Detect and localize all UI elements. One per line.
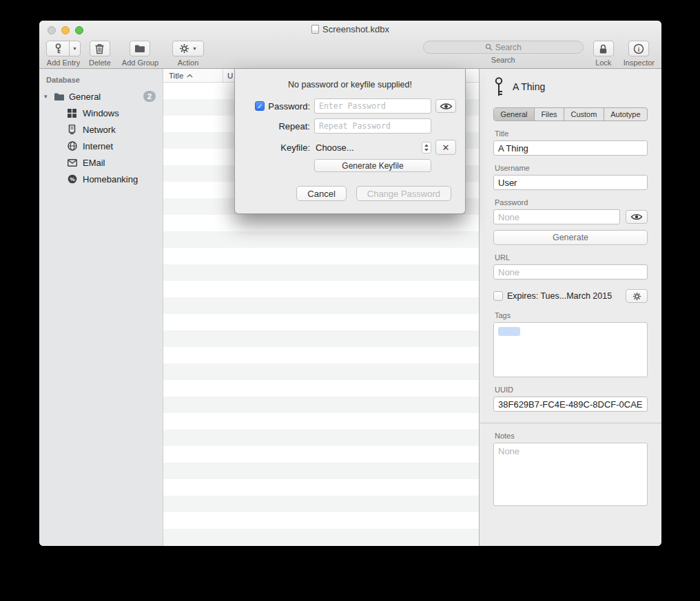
- toolbar-delete: Delete: [89, 41, 111, 67]
- add-group-button[interactable]: [130, 41, 150, 56]
- sidebar-item-label: Windows: [83, 108, 119, 118]
- folder-plus-icon: [134, 44, 145, 53]
- delete-button[interactable]: [90, 41, 110, 56]
- trash-icon: [94, 43, 105, 54]
- add-entry-button[interactable]: [46, 41, 70, 56]
- uuid-field[interactable]: [493, 397, 648, 412]
- clear-keyfile-button[interactable]: ✕: [435, 140, 456, 155]
- svg-text:i: i: [638, 45, 640, 52]
- sidebar-item-label: Homebanking: [83, 174, 138, 184]
- sidebar: Database ▾ General 2: [39, 69, 163, 546]
- toolbar-action: ▼ Action: [172, 41, 204, 67]
- title-field-label: Title: [495, 129, 648, 138]
- add-entry-label: Add Entry: [47, 59, 80, 67]
- sidebar-item-label: Internet: [83, 141, 113, 151]
- sidebar-item-label: Network: [83, 125, 116, 135]
- delete-label: Delete: [89, 59, 111, 67]
- sidebar-item-windows[interactable]: Windows: [39, 105, 163, 121]
- repeat-label: Repeat:: [278, 121, 310, 131]
- folder-icon: [54, 92, 65, 101]
- password-input[interactable]: [314, 98, 431, 114]
- sidebar-section-header: Database: [46, 76, 163, 84]
- keyfile-popup[interactable]: Choose...: [314, 142, 431, 154]
- tag-chip[interactable]: [498, 327, 520, 336]
- reveal-password-button[interactable]: [435, 99, 456, 113]
- toolbar-inspector: i Inspector: [624, 41, 655, 67]
- lock-label: Lock: [595, 59, 611, 67]
- sidebar-item-internet[interactable]: Internet: [39, 138, 163, 154]
- add-entry-dropdown-button[interactable]: ▼: [69, 41, 81, 56]
- window-title-bar: Screenshot.kdbx: [39, 24, 661, 34]
- inspector-button[interactable]: i: [628, 41, 649, 56]
- gear-icon: [179, 43, 189, 54]
- reveal-password-button[interactable]: [626, 210, 648, 224]
- tags-field[interactable]: [493, 322, 648, 377]
- lock-icon: [598, 43, 608, 54]
- inspector-panel: A Thing General Files Custom Autotype Ti…: [479, 69, 661, 546]
- window-title: Screenshot.kdbx: [322, 24, 389, 34]
- chevron-down-icon: ▼: [72, 46, 77, 51]
- inspector-header: A Thing: [493, 73, 648, 101]
- network-icon: [67, 125, 77, 134]
- keyfile-value: Choose...: [316, 143, 354, 153]
- generate-keyfile-button[interactable]: Generate Keyfile: [314, 159, 431, 172]
- search-input[interactable]: Search: [423, 41, 584, 54]
- notes-field[interactable]: [493, 443, 648, 506]
- title-field[interactable]: [493, 140, 648, 156]
- expires-label: Expires: Tues...March 2015: [507, 291, 612, 301]
- sidebar-item-email[interactable]: EMail: [39, 154, 163, 171]
- expires-row: Expires: Tues...March 2015: [493, 289, 648, 303]
- app-window: Screenshot.kdbx ▼ Add Entry: [39, 21, 661, 546]
- popup-stepper-icon: [422, 142, 431, 154]
- group-label: General: [69, 92, 143, 102]
- key-icon: [52, 43, 64, 54]
- document-icon: [311, 25, 319, 34]
- toolbar: ▼ Add Entry Delete: [39, 39, 661, 69]
- tab-autotype[interactable]: Autotype: [604, 108, 647, 120]
- close-icon: ✕: [442, 143, 450, 153]
- lock-button[interactable]: [593, 41, 614, 56]
- entry-title: A Thing: [513, 81, 545, 92]
- disclosure-triangle-icon[interactable]: ▾: [44, 93, 54, 100]
- entry-count-badge: 2: [143, 91, 156, 102]
- expires-checkbox[interactable]: [493, 291, 503, 301]
- password-field-label: Password: [495, 198, 648, 207]
- column-header-username[interactable]: U: [223, 69, 233, 82]
- add-group-label: Add Group: [122, 59, 158, 67]
- cancel-button[interactable]: Cancel: [296, 186, 346, 201]
- divider: [480, 423, 661, 423]
- repeat-password-input[interactable]: [314, 118, 431, 134]
- password-field[interactable]: [493, 209, 620, 224]
- toolbar-lock: Lock: [593, 41, 614, 67]
- tags-label: Tags: [495, 311, 648, 319]
- uuid-label: UUID: [495, 386, 648, 394]
- action-button[interactable]: ▼: [172, 41, 204, 56]
- username-field-label: Username: [495, 164, 648, 172]
- username-field[interactable]: [493, 175, 648, 190]
- key-icon: [493, 76, 504, 97]
- sidebar-item-network[interactable]: Network: [39, 121, 163, 138]
- sidebar-item-homebanking[interactable]: % Homebanking: [39, 171, 163, 187]
- info-icon: i: [633, 43, 644, 54]
- globe-icon: [67, 141, 77, 151]
- svg-text:%: %: [70, 176, 74, 182]
- window-chrome: Screenshot.kdbx ▼ Add Entry: [39, 21, 661, 69]
- sidebar-group-general[interactable]: ▾ General 2: [39, 88, 163, 105]
- windows-icon: [67, 109, 77, 118]
- sort-ascending-icon: [187, 74, 193, 78]
- column-header-title[interactable]: Title: [163, 69, 223, 82]
- notes-label: Notes: [495, 432, 648, 440]
- url-field[interactable]: [493, 264, 648, 280]
- password-checkbox[interactable]: ✓: [255, 101, 265, 111]
- expires-settings-button[interactable]: [626, 289, 648, 303]
- inspector-label: Inspector: [624, 59, 655, 67]
- tab-custom[interactable]: Custom: [564, 108, 604, 120]
- generate-password-button[interactable]: Generate: [493, 230, 648, 245]
- eye-icon: [630, 213, 643, 221]
- tab-files[interactable]: Files: [534, 108, 564, 120]
- coin-percent-icon: %: [67, 174, 77, 184]
- search-placeholder: Search: [495, 43, 522, 52]
- tab-general[interactable]: General: [494, 108, 534, 120]
- chevron-down-icon: ▼: [192, 46, 197, 51]
- change-password-button[interactable]: Change Password: [356, 186, 451, 201]
